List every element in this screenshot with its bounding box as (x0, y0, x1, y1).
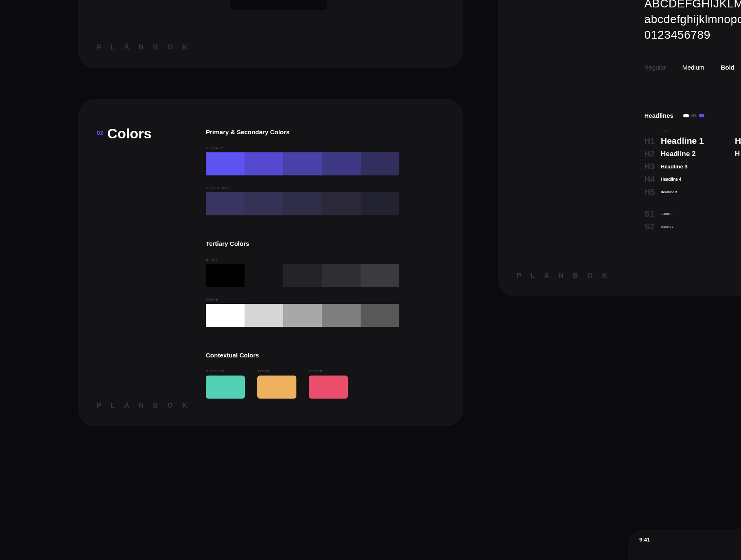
swatch (257, 376, 296, 399)
font-weights: Regular Medium Bold (644, 64, 734, 71)
swatch-row-primary (206, 152, 399, 175)
headline-sample: Headline 2 (661, 150, 735, 158)
headlines-title: Headlines (644, 112, 673, 119)
subline-sample: Subline 1 (661, 212, 735, 215)
alphabet-sample: ABCDEFGHIJKLMNOPQRSTUVWXYZ abcdefghijklm… (644, 0, 741, 42)
dot (683, 114, 689, 117)
headline-index: H1 (644, 136, 661, 146)
swatch (361, 304, 399, 327)
swatch (245, 152, 283, 175)
swatch (283, 152, 322, 175)
status-time: 9:41 (639, 537, 650, 543)
swatch (361, 192, 399, 215)
logo-preview-box (231, 0, 327, 10)
section-title: Colors (107, 126, 152, 142)
contextual-item: SUCCESS (206, 369, 245, 399)
headline-sample: H (735, 150, 741, 158)
swatch-row-white (206, 304, 399, 327)
swatch-label: ALERT (257, 369, 296, 373)
swatch-label: SUCCESS (206, 369, 245, 373)
swatch (206, 304, 245, 327)
swatch (322, 264, 361, 287)
swatch (361, 152, 399, 175)
contextual-item: ERROR (309, 369, 348, 399)
swatch-row-label: WHITE (206, 298, 399, 301)
swatch (245, 304, 283, 327)
headline-sample: He (735, 136, 741, 146)
swatch (206, 152, 245, 175)
subsection-title: Contextual Colors (206, 352, 348, 359)
swatch (322, 152, 361, 175)
swatch-row-secondary (206, 192, 399, 215)
headline-index: H2 (644, 149, 661, 159)
headline-sample: Headline 5 (661, 190, 735, 194)
headlines-block: Headlines LEFT H1 Headline 1 He H2 Headl… (644, 112, 741, 231)
phone-status-bar: 9:41 (639, 537, 741, 543)
phone-mock-partial: 9:41 (628, 529, 741, 560)
swatch (283, 192, 322, 215)
headline-index: H3 (644, 162, 661, 171)
swatch (206, 264, 245, 287)
swatch (283, 264, 322, 287)
subline-index: S1 (644, 209, 661, 219)
swatch (322, 304, 361, 327)
brand-wordmark: P L Å N B O K (97, 43, 191, 51)
sublines-grid: S1 Subline 1 S2 SUBLINE 2 (644, 209, 741, 231)
section-number: 02 (97, 130, 103, 136)
swatch (206, 192, 245, 215)
weight-regular: Regular (644, 64, 666, 71)
swatch (206, 376, 245, 399)
subsection-primary-secondary: Primary & Secondary Colors PRIMARY SECON… (206, 128, 399, 226)
headlines-grid: LEFT H1 Headline 1 He H2 Headline 2 H H3… (644, 130, 741, 197)
card-typography: ABCDEFGHIJKLMNOPQRSTUVWXYZ abcdefghijklm… (498, 0, 741, 296)
section-header: 02 Colors (97, 126, 151, 142)
swatch-label: ERROR (309, 369, 348, 373)
subline-sample: SUBLINE 2 (661, 226, 735, 228)
subsection-contextual: Contextual Colors SUCCESS ALERT ERROR (206, 352, 348, 399)
subline-index: S2 (644, 222, 661, 231)
subsection-tertiary: Tertiary Colors BLACK WHITE (206, 240, 399, 338)
headline-sample: Headline 4 (661, 177, 735, 182)
dot (699, 114, 704, 117)
swatch-row-label: BLACK (206, 258, 399, 261)
swatch (245, 264, 283, 287)
swatch-row-label: PRIMARY (206, 146, 399, 150)
alphabet-upper: ABCDEFGHIJKLMNOPQRSTUVWXYZ (644, 0, 741, 12)
headline-sample: Headline 1 (661, 136, 735, 146)
dot (691, 114, 697, 117)
brand-wordmark: P L Å N B O K (517, 272, 611, 280)
swatch (283, 304, 322, 327)
card-logo-partial: P L Å N B O K (78, 0, 463, 68)
subsection-title: Tertiary Colors (206, 240, 399, 247)
contextual-item: ALERT (257, 369, 296, 399)
align-label-left: LEFT (661, 130, 735, 133)
swatch-row-black (206, 264, 399, 287)
headlines-header: Headlines (644, 112, 741, 119)
swatch (245, 192, 283, 215)
brand-wordmark: P L Å N B O K (97, 401, 191, 410)
contextual-row: SUCCESS ALERT ERROR (206, 369, 348, 399)
card-colors: 02 Colors Primary & Secondary Colors PRI… (78, 99, 463, 426)
headline-index: H4 (644, 175, 661, 184)
weight-bold: Bold (721, 64, 734, 71)
alphabet-lower: abcdefghijklmnopqrstuvwxyz (644, 12, 741, 27)
color-dots (683, 114, 704, 117)
subsection-title: Primary & Secondary Colors (206, 128, 399, 135)
swatch (322, 192, 361, 215)
swatch-row-label: SECONDARY (206, 186, 399, 190)
headline-index: H5 (644, 187, 661, 197)
digits: 0123456789 (644, 27, 741, 43)
weight-medium: Medium (683, 64, 704, 71)
swatch (361, 264, 399, 287)
headline-sample: Headline 3 (661, 163, 735, 170)
swatch (309, 376, 348, 399)
